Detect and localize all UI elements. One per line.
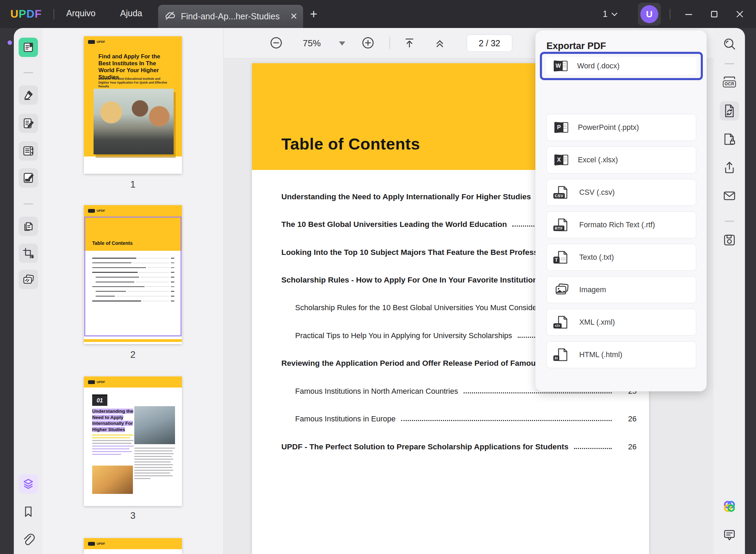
layers-icon [21,477,35,491]
export-format-csv[interactable]: CSV CSV (.csv) [546,179,696,206]
highlighter-icon [21,88,35,102]
zoom-dropdown-caret[interactable] [339,41,345,46]
zoom-level[interactable]: 75% [293,38,331,49]
account-button[interactable]: U [638,3,661,26]
titlebar-separator [54,9,54,19]
ocr-button[interactable]: OCR [720,73,739,92]
thumb4-logo-band: UPDF [84,538,182,549]
updf-logo: UPDF [10,8,42,20]
comment-button[interactable] [19,114,38,133]
close-button[interactable] [734,8,746,20]
thumb2-page-number: 2 [84,350,182,360]
excel-icon: X [554,154,568,165]
format-label: Word (.docx) [577,62,620,70]
ai-clover-icon [721,499,737,515]
export-pdf-panel: Exportar PDF Exporte seu PDF para qualqu… [535,30,707,391]
sidebar-divider [725,221,734,222]
thumb3-logo-band: UPDF [84,376,182,388]
edit-note-icon [21,116,35,130]
convert-file-icon [721,103,737,119]
export-format-html[interactable]: H HTML (.html) [546,341,696,368]
thumbnail-page-2[interactable]: UPDF Table of Contents [84,205,182,344]
bookmarks-button[interactable] [19,502,38,521]
share-button[interactable] [720,158,739,177]
export-format-rtf[interactable]: RTF Formato Rich Text (.rtf) [546,211,696,238]
watermark-button[interactable] [19,270,38,289]
attachments-button[interactable] [19,529,38,549]
compare-documents-button[interactable] [19,217,38,236]
crop-icon [21,246,35,260]
thumb2-logo-band: UPDF [84,205,182,216]
menu-arquivo[interactable]: Arquivo [66,8,96,18]
thumbnail-page-3[interactable]: UPDF 01 Understanding the Need to Apply … [84,376,182,506]
email-button[interactable] [720,186,739,206]
txt-icon: T [554,250,570,264]
toc-row[interactable]: UPDF - The Perfect Solution to Prepare S… [281,440,637,451]
thumb3-photo-right [134,406,175,444]
export-format-image[interactable]: Imagem [546,276,696,303]
thumb2-viewport-indicator[interactable] [84,217,182,336]
floppy-save-icon [721,232,737,248]
thumbnail-page-1[interactable]: UPDF Find and Apply For the Best Institu… [84,36,182,174]
updf-window: UPDF Arquivo Ajuda Find-and-Ap...her-Stu… [0,0,756,554]
thumbnail-page-4[interactable]: UPDF [84,538,182,554]
tab-close-icon[interactable]: ✕ [290,11,298,22]
notification-dot [8,40,12,45]
organize-pages-button[interactable] [19,141,38,161]
zoom-in-button[interactable] [361,36,375,50]
feedback-button[interactable] [720,525,739,545]
cloud-offline-icon [164,10,176,23]
page-indicator[interactable]: 2 / 32 [467,35,512,52]
export-format-excel[interactable]: X Excel (.xlsx) [546,146,696,173]
zoom-out-button[interactable] [269,36,283,50]
search-button[interactable] [720,35,739,54]
document-tab[interactable]: Find-and-Ap...her-Studies ✕ [158,5,303,28]
export-panel-title: Exportar PDF [546,41,606,51]
toolbar-divider [389,37,390,49]
read-mode-icon [21,40,35,54]
page-view-selector[interactable]: 1 [603,9,618,19]
thumb3-text-right [134,448,175,481]
read-mode-button[interactable] [19,38,38,57]
thumb1-subtitle: Discover The Best Educational Institute … [98,77,171,89]
sidebar-divider [23,72,33,73]
thumb1-title: Find and Apply For the Best Institutes I… [98,53,171,81]
search-icon [721,37,737,52]
new-tab-button[interactable]: + [310,9,317,19]
thumb3-page-number: 3 [84,510,182,521]
export-format-word-selected[interactable]: W Word (.docx) [540,52,703,80]
format-label: Excel (.xlsx) [578,156,618,164]
left-tool-sidebar [14,28,42,554]
rtf-icon: RTF [554,218,570,232]
sidebar-divider [725,63,734,64]
protect-pdf-button[interactable] [720,130,739,149]
updf-ai-button[interactable] [720,497,739,516]
export-convert-button[interactable] [720,101,739,121]
export-format-xml[interactable]: </> XML (.xml) [546,309,696,336]
titlebar: UPDF Arquivo Ajuda Find-and-Ap...her-Stu… [0,0,756,28]
chevron-down-icon [611,12,618,17]
go-to-top-button[interactable] [403,36,416,50]
crop-pages-button[interactable] [19,243,38,263]
annotate-highlighter-button[interactable] [19,85,38,105]
fill-sign-icon [21,171,35,185]
avatar: U [640,5,658,23]
export-format-powerpoint[interactable]: P PowerPoint (.pptx) [546,114,696,141]
format-label: Imagem [579,286,606,294]
thumbnails-panel-button[interactable] [19,474,38,494]
previous-page-button[interactable] [433,36,447,50]
format-label: XML (.xml) [579,318,615,327]
toc-row[interactable]: Famous Institutions in Europe26 [295,412,637,423]
save-button[interactable] [720,230,739,250]
fill-sign-button[interactable] [19,168,38,188]
minimize-button[interactable] [683,8,695,20]
xml-icon: </> [554,315,570,329]
sidebar-divider-2 [23,203,33,204]
format-label: Texto (.txt) [579,253,614,262]
comment-bubble-icon [721,527,737,543]
thumb3-photo-left [92,466,133,494]
menu-ajuda[interactable]: Ajuda [120,8,142,18]
updf-logo-pill [88,209,95,213]
maximize-button[interactable] [708,8,720,20]
export-format-txt[interactable]: T Texto (.txt) [546,244,696,271]
